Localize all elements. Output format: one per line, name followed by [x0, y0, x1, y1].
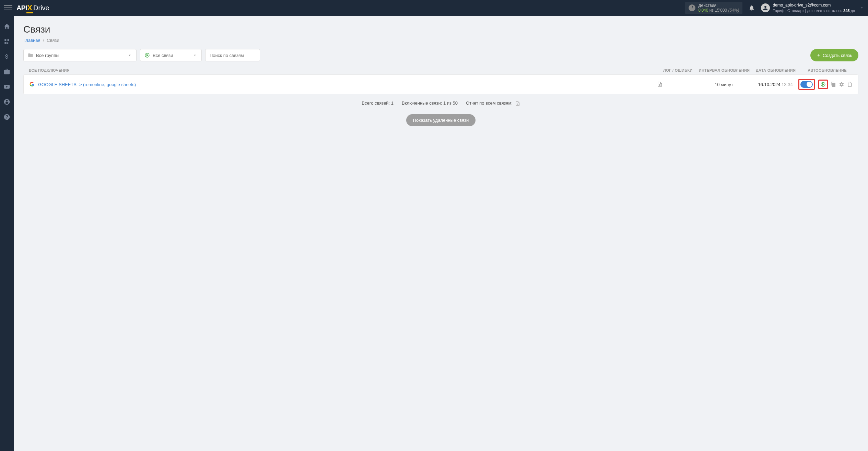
chevron-down-icon — [860, 6, 864, 10]
menu-toggle-icon[interactable] — [4, 4, 12, 12]
highlight-run — [818, 80, 828, 89]
connection-link[interactable]: GOOGLE SHEETS -> (remonline, google shee… — [38, 82, 136, 87]
highlight-toggle — [798, 79, 815, 90]
col-header-interval: ИНТЕРВАЛ ОБНОВЛЕНИЯ — [699, 68, 750, 72]
logo-x: X — [27, 3, 32, 12]
folder-icon — [28, 52, 33, 58]
logo-drive: Drive — [33, 4, 49, 12]
info-icon: i — [689, 4, 695, 11]
sidebar — [0, 16, 14, 134]
copy-icon[interactable] — [831, 82, 836, 87]
logo[interactable]: APIXDrive — [16, 3, 49, 12]
date-value: 16.10.2024 13:34 — [750, 82, 801, 87]
user-tariff: Тариф | Стандарт | до оплаты осталось 24… — [773, 8, 855, 13]
user-email: demo_apix-drive_s2@com.com — [773, 3, 855, 8]
chevron-down-icon — [127, 53, 132, 58]
connections-select[interactable]: Все связи — [140, 49, 202, 61]
search-box[interactable] — [205, 49, 260, 61]
google-icon — [29, 82, 35, 87]
connection-row: GOOGLE SHEETS -> (remonline, google shee… — [23, 74, 858, 94]
col-header-auto: АВТООБНОВЛЕНИЕ — [801, 68, 853, 72]
breadcrumb: Главная / Связи — [23, 38, 858, 43]
sidebar-profile[interactable] — [3, 98, 11, 106]
chevron-down-icon — [192, 53, 197, 58]
table-header: ВСЕ ПОДКЛЮЧЕНИЯ ЛОГ / ОШИБКИ ИНТЕРВАЛ ОБ… — [23, 66, 858, 74]
breadcrumb-current: Связи — [47, 38, 59, 43]
groups-select-label: Все группы — [36, 53, 59, 58]
summary-enabled: Включенные связи: 1 из 50 — [402, 100, 458, 106]
breadcrumb-home[interactable]: Главная — [23, 38, 40, 43]
summary-total: Всего связей: 1 — [362, 100, 394, 106]
create-button-label: Создать связь — [823, 53, 852, 58]
actions-usage: 8'040 из 15'000 (54%) — [698, 8, 739, 13]
auto-update-toggle[interactable] — [800, 81, 813, 88]
col-header-log: ЛОГ / ОШИБКИ — [657, 68, 699, 72]
page-title: Связи — [23, 24, 858, 35]
sidebar-youtube[interactable] — [3, 83, 11, 91]
search-input[interactable] — [210, 53, 256, 58]
document-icon[interactable] — [515, 101, 520, 106]
user-avatar-icon — [761, 3, 770, 12]
sidebar-billing[interactable] — [3, 53, 11, 60]
interval-value: 10 минут — [698, 82, 750, 87]
col-header-name: ВСЕ ПОДКЛЮЧЕНИЯ — [29, 68, 657, 72]
summary-report: Отчет по всем связям: — [466, 100, 520, 106]
main-content: Связи Главная / Связи Все группы Все свя… — [14, 16, 868, 134]
user-menu[interactable]: demo_apix-drive_s2@com.com Тариф | Станд… — [761, 3, 864, 13]
col-header-date: ДАТА ОБНОВЛЕНИЯ — [750, 68, 801, 72]
filters-row: Все группы Все связи Создать связь — [23, 49, 858, 61]
actions-usage-box[interactable]: i Действия: 8'040 из 15'000 (54%) — [685, 2, 742, 14]
gear-icon[interactable] — [839, 82, 844, 87]
sidebar-home[interactable] — [3, 23, 11, 30]
groups-select[interactable]: Все группы — [23, 49, 137, 61]
sidebar-briefcase[interactable] — [3, 68, 11, 75]
logo-api: API — [16, 4, 27, 12]
sidebar-connections[interactable] — [3, 38, 11, 45]
summary-row: Всего связей: 1 Включенные связи: 1 из 5… — [23, 100, 858, 106]
topbar: APIXDrive i Действия: 8'040 из 15'000 (5… — [0, 0, 868, 16]
document-icon[interactable] — [657, 82, 698, 87]
plus-icon — [817, 53, 821, 57]
show-deleted-button[interactable]: Показать удаленные связи — [406, 114, 476, 126]
bell-icon[interactable] — [749, 5, 755, 11]
sidebar-help[interactable] — [3, 113, 11, 121]
actions-label: Действия: — [698, 3, 739, 8]
play-circle-icon[interactable] — [820, 82, 826, 87]
play-circle-icon — [144, 52, 150, 58]
trash-icon[interactable] — [847, 82, 853, 87]
connections-select-label: Все связи — [153, 53, 173, 58]
create-connection-button[interactable]: Создать связь — [810, 49, 858, 61]
